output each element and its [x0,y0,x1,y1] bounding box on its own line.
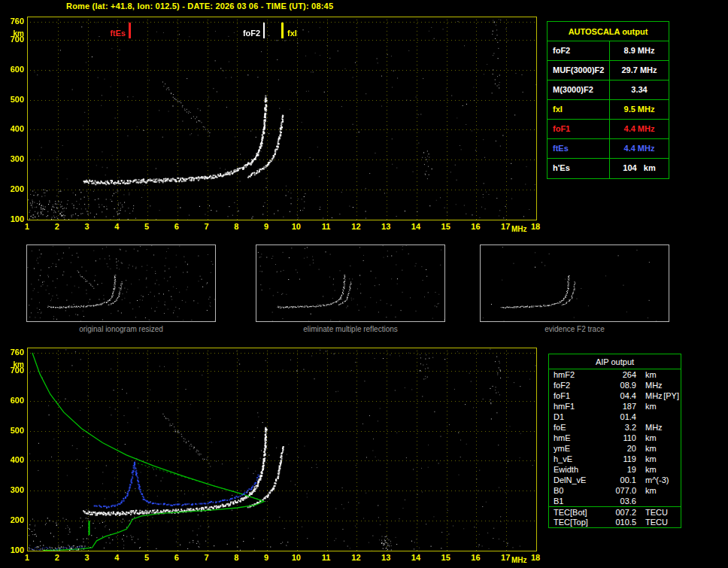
aip-unit: m^(-3) [636,475,669,485]
aip-param: hmF1 [549,401,599,412]
top-xtick-12: 12 [347,222,365,231]
autoscala-value: 3.34 [610,80,669,99]
aip-row-hmF2: hmF2264km [549,369,681,380]
bottom-xtick-5: 5 [138,553,156,562]
aip-value: 04.4 [599,390,636,401]
aip-param: h_vE [549,454,599,464]
aip-unit [636,412,645,422]
top-xtick-8: 8 [227,222,245,231]
bottom-ytick-760: 760 [2,348,24,357]
autoscala-row-foF1: foF14.4 MHz [548,120,669,139]
top-xtick-13: 13 [377,222,395,231]
autoscala-row-foF2: foF28.9 MHz [548,41,669,61]
bottom-xtick-9: 9 [257,553,275,562]
aip-row-TEC[Top]: TEC[Top]010.5TECU [549,517,681,527]
aip-extra: [PY] [663,390,679,401]
bottom-ionogram [27,348,537,551]
bottom-ytick-400: 400 [2,455,24,464]
bottom-ytick-300: 300 [2,485,24,494]
thumb3-caption: evidence F2 trace [499,325,650,333]
aip-row-B1: B103.6 [549,496,681,506]
aip-param: foF2 [549,380,599,390]
bottom-xtick-7: 7 [198,553,216,562]
bottom-xtick-13: 13 [377,553,395,562]
top-ytick-400: 400 [2,124,24,133]
aip-unit: TECU [636,517,668,527]
bottom-xtick-6: 6 [168,553,186,562]
thumb1-caption: original ionogram resized [46,325,196,333]
aip-row-foE: foE3.2MHz [549,422,681,433]
aip-value: 03.6 [599,496,636,506]
aip-value: 110 [599,433,636,443]
bottom-ytick-200: 200 [2,515,24,524]
top-xtick-2: 2 [48,222,66,231]
aip-row-foF1: foF104.4MHz[PY] [549,390,681,401]
top-ytick-760: 760 [2,17,24,26]
top-xtick-14: 14 [407,222,425,231]
aip-value: 187 [599,401,636,412]
bottom-ytick-500: 500 [2,426,24,435]
aip-value: 3.2 [599,422,636,433]
top-x-axis-unit: MHz [511,225,532,234]
bottom-y-axis-unit: km [2,360,24,369]
aip-unit: km [636,454,657,464]
thumb2-canvas [256,245,444,321]
autoscala-value: 8.9 MHz [610,41,669,60]
aip-param: B1 [549,496,599,506]
aip-row-foF2: foF208.9MHz [549,380,681,390]
aip-param: hmF2 [549,369,599,380]
marker-label-fxI: fxI [287,29,320,38]
bottom-xtick-1: 1 [18,553,36,562]
aip-value: 010.5 [599,517,636,527]
autoscala-param: M(3000)F2 [548,80,610,99]
top-ytick-600: 600 [2,65,24,74]
top-ytick-500: 500 [2,95,24,104]
marker-label-foF2: foF2 [227,29,260,38]
bottom-xtick-12: 12 [347,553,365,562]
bottom-ytick-600: 600 [2,396,24,405]
aip-unit: MHz [636,390,663,401]
aip-value: 119 [599,454,636,464]
top-ytick-300: 300 [2,154,24,163]
thumbnail-original-ionogram [26,245,216,322]
top-xtick-3: 3 [78,222,96,231]
autoscala-output-table: AUTOSCALA output foF28.9 MHzMUF(3000)F22… [547,21,669,179]
aip-unit: km [636,443,657,454]
aip-unit: km [636,485,657,496]
thumbnail-evidence-f2-trace [480,245,669,322]
thumb2-caption: eliminate multiple reflections [275,325,426,333]
aip-param: TEC[Top] [549,517,599,527]
aip-row-h_vE: h_vE119km [549,454,681,464]
aip-value: 01.4 [599,412,636,422]
aip-unit: km [636,433,657,443]
aip-unit: km [636,401,657,412]
aip-unit: km [636,464,657,475]
top-xtick-6: 6 [168,222,186,231]
top-xtick-10: 10 [287,222,305,231]
aip-param: foF1 [549,390,599,401]
aip-param: D1 [549,412,599,422]
autoscala-value: 104 km [610,159,669,178]
aip-output-table: AIP output hmF2264kmfoF208.9MHzfoF104.4M… [548,354,681,528]
bottom-xtick-10: 10 [287,553,305,562]
thumb1-canvas [27,245,215,321]
aip-table-title: AIP output [549,354,681,369]
autoscala-value: 4.4 MHz [610,139,669,158]
aip-value: 077.0 [599,485,636,496]
aip-value: 264 [599,369,636,380]
autoscala-param: fxI [548,100,610,119]
aip-unit: TECU [636,507,668,517]
autoscala-param: h'Es [548,159,610,178]
autoscala-param: MUF(3000)F2 [548,61,610,80]
page-title: Rome (lat: +41.8, lon: 012.5) - DATE: 20… [66,2,333,11]
aip-unit [636,496,645,506]
bottom-xtick-4: 4 [108,553,126,562]
autoscala-value: 29.7 MHz [610,61,669,80]
aip-row-hmE: hmE110km [549,433,681,443]
autoscala-value: 9.5 MHz [610,100,669,119]
thumbnail-eliminate-reflections [256,245,445,322]
autoscala-row-fxI: fxI9.5 MHz [548,100,669,120]
aip-value: 00.1 [599,475,636,485]
aip-value: 20 [599,443,636,454]
aip-unit: MHz [636,380,663,390]
